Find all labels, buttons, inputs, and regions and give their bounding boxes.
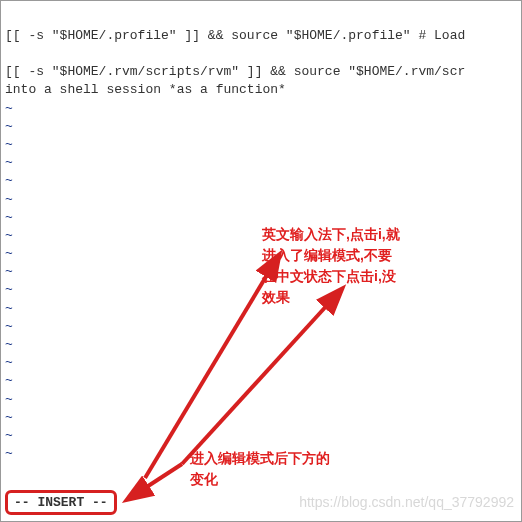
- vim-tilde: ~: [5, 172, 517, 190]
- vim-mode-indicator: -- INSERT --: [5, 490, 117, 515]
- vim-tilde: ~: [5, 354, 517, 372]
- vim-tilde: ~: [5, 409, 517, 427]
- code-line-3: into a shell session *as a function*: [5, 81, 517, 99]
- vim-tilde: ~: [5, 318, 517, 336]
- code-line-2: [[ -s "$HOME/.rvm/scripts/rvm" ]] && sou…: [5, 63, 517, 81]
- vim-tilde: ~: [5, 391, 517, 409]
- annotation-status-change: 进入编辑模式后下方的变化: [190, 448, 390, 490]
- annotation-edit-mode-tip: 英文输入法下,点击i,就进入了编辑模式,不要在中文状态下点击i,没效果: [262, 224, 462, 308]
- vim-tilde: ~: [5, 154, 517, 172]
- watermark-text: https://blog.csdn.net/qq_37792992: [299, 494, 514, 510]
- code-line-1: [[ -s "$HOME/.profile" ]] && source "$HO…: [5, 27, 517, 45]
- vim-tilde: ~: [5, 191, 517, 209]
- vim-tilde: ~: [5, 372, 517, 390]
- vim-tilde: ~: [5, 100, 517, 118]
- vim-tilde: ~: [5, 118, 517, 136]
- vim-tilde: ~: [5, 427, 517, 445]
- vim-tilde: ~: [5, 136, 517, 154]
- vim-tilde: ~: [5, 336, 517, 354]
